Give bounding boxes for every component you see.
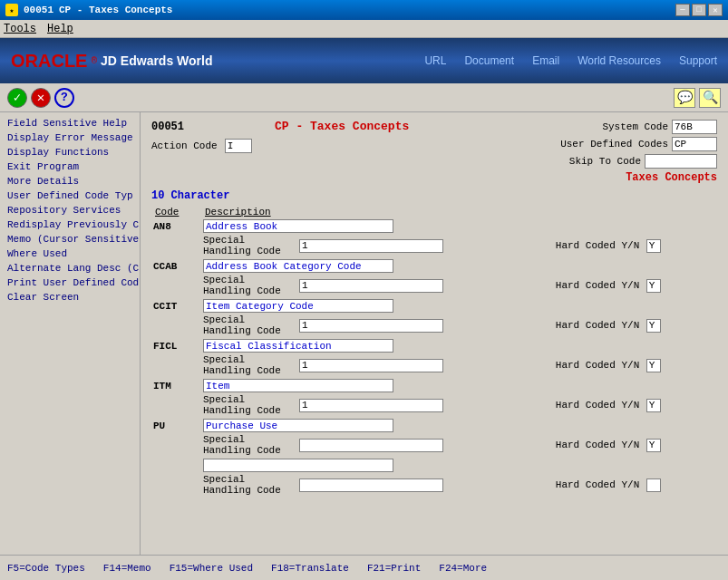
sidebar-item-user-defined[interactable]: User Defined Code Typ — [0, 188, 140, 203]
shc-label-text-1: Special Handling Code — [203, 275, 297, 296]
skip-to-code-label: Skip To Code — [569, 156, 641, 167]
shc-label-text-4: Special Handling Code — [203, 394, 297, 416]
sidebar-item-field-sensitive-help[interactable]: Field Sensitive Help — [0, 116, 140, 130]
sidebar-item-exit[interactable]: Exit Program — [0, 160, 140, 174]
hardcoded-input-4[interactable] — [646, 399, 661, 412]
desc-input-4[interactable] — [203, 379, 393, 392]
shc-input-5[interactable] — [299, 439, 443, 452]
desc-cell-1 — [201, 258, 445, 274]
table-row: CCAB — [151, 258, 717, 274]
shc-input-6[interactable] — [299, 478, 443, 492]
key-f15[interactable]: F15=Where Used — [170, 563, 253, 574]
desc-input-5[interactable] — [203, 419, 393, 432]
minimize-button[interactable]: ─ — [675, 4, 690, 16]
desc-cell-5 — [201, 418, 445, 433]
shc-input-2[interactable] — [299, 319, 443, 333]
shc-label-0: Special Handling Code — [201, 234, 445, 257]
col-hardcoded-spacer — [445, 206, 554, 218]
action-row: Action Code — [151, 139, 409, 153]
nav-url[interactable]: URL — [424, 54, 446, 67]
key-f18[interactable]: F18=Translate — [271, 563, 349, 574]
menu-help[interactable]: Help — [47, 23, 73, 35]
sidebar-item-alt-lang[interactable]: Alternate Lang Desc (C — [0, 261, 140, 276]
key-f24[interactable]: F24=More — [439, 563, 487, 574]
shc-label-1: Special Handling Code — [201, 274, 445, 297]
user-defined-input[interactable] — [672, 137, 717, 151]
hardcoded-input-2[interactable] — [646, 319, 661, 333]
oracle-logo: ORACLE ® JD Edwards World — [11, 51, 213, 72]
table-row: ITM — [151, 378, 717, 393]
desc-input-0[interactable] — [203, 219, 393, 233]
hardcoded-input-3[interactable] — [646, 359, 661, 372]
jde-text: JD Edwards World — [101, 53, 212, 68]
shc-row: Special Handling CodeHard Coded Y/N — [151, 353, 717, 377]
top-left: 00051 CP - Taxes Concepts Action Code — [151, 120, 409, 184]
shc-input-3[interactable] — [299, 359, 443, 372]
close-button[interactable]: ✕ — [708, 4, 723, 16]
shc-input-0[interactable] — [299, 239, 443, 253]
sidebar-item-where-used[interactable]: Where Used — [0, 246, 140, 261]
hardcoded-label-3: Hard Coded Y/N — [554, 353, 645, 377]
sidebar-item-memo[interactable]: Memo (Cursor Sensitive — [0, 232, 140, 246]
chat-button[interactable]: 💬 — [674, 88, 695, 108]
search-button[interactable]: 🔍 — [699, 88, 721, 108]
table-row: AN8 — [151, 218, 717, 234]
menu-tools[interactable]: Tools — [4, 23, 36, 35]
code-cell: ITM — [151, 378, 201, 393]
user-defined-row: User Defined Codes — [463, 137, 717, 151]
shc-label-4: Special Handling Code — [201, 393, 445, 417]
hardcoded-input-0[interactable] — [646, 239, 661, 253]
shc-input-1[interactable] — [299, 279, 443, 293]
action-code-input[interactable] — [225, 139, 252, 153]
shc-label-text-6: Special Handling Code — [203, 474, 297, 496]
skip-to-code-row: Skip To Code — [463, 154, 717, 169]
nav-document[interactable]: Document — [464, 54, 514, 67]
sidebar-item-display-functions[interactable]: Display Functions — [0, 145, 140, 160]
maximize-button[interactable]: □ — [692, 4, 706, 16]
sidebar-item-repository[interactable]: Repository Services — [0, 203, 140, 218]
desc-cell-6 — [201, 458, 445, 473]
title-bar-left: ★ 00051 CP - Taxes Concepts — [5, 4, 172, 16]
title-bar-id: 00051 — [24, 5, 53, 15]
sidebar-item-redisplay[interactable]: Redisplay Previously C — [0, 218, 140, 232]
desc-cell-4 — [201, 378, 445, 393]
shc-input-4[interactable] — [299, 399, 443, 412]
status-bar: F5=Code Types F14=Memo F15=Where Used F1… — [0, 555, 728, 580]
sidebar: Field Sensitive Help Display Error Messa… — [0, 112, 141, 555]
help-button[interactable]: ? — [54, 88, 74, 108]
col-code-header: Code — [151, 206, 201, 218]
nav-email[interactable]: Email — [532, 54, 559, 67]
table-row: CCIT — [151, 298, 717, 314]
hardcoded-input-5[interactable] — [646, 439, 661, 452]
sidebar-item-display-error[interactable]: Display Error Message — [0, 130, 140, 145]
data-table: Code Description AN8Special Handling Cod… — [151, 206, 717, 498]
nav-support[interactable]: Support — [679, 54, 717, 67]
desc-cell-0 — [201, 218, 445, 234]
shc-row: Special Handling CodeHard Coded Y/N — [151, 393, 717, 417]
spacer-row — [151, 497, 717, 498]
key-f14[interactable]: F14=Memo — [103, 563, 151, 574]
key-f5[interactable]: F5=Code Types — [7, 563, 85, 574]
toolbar: ✓ ✕ ? 💬 🔍 — [0, 83, 728, 112]
nav-world-resources[interactable]: World Resources — [578, 54, 661, 67]
sidebar-item-print[interactable]: Print User Defined Cod — [0, 276, 140, 290]
oracle-header: ORACLE ® JD Edwards World URL Document E… — [0, 38, 728, 83]
hardcoded-input-6[interactable] — [646, 478, 661, 492]
desc-input-1[interactable] — [203, 259, 393, 273]
check-button[interactable]: ✓ — [7, 88, 27, 108]
shc-label-3: Special Handling Code — [201, 353, 445, 377]
system-code-input[interactable] — [672, 120, 717, 134]
sidebar-item-clear[interactable]: Clear Screen — [0, 290, 140, 304]
shc-label-text-3: Special Handling Code — [203, 354, 297, 376]
desc-input-6[interactable] — [203, 459, 393, 472]
skip-to-code-input[interactable] — [645, 154, 717, 169]
sidebar-item-more-details[interactable]: More Details — [0, 174, 140, 188]
hardcoded-label-5: Hard Coded Y/N — [554, 433, 645, 457]
title-bar: ★ 00051 CP - Taxes Concepts ─ □ ✕ — [0, 0, 728, 20]
cancel-button[interactable]: ✕ — [31, 88, 51, 108]
hardcoded-input-1[interactable] — [646, 279, 661, 293]
desc-input-2[interactable] — [203, 299, 393, 313]
taxes-concepts-link[interactable]: Taxes Concepts — [626, 171, 717, 184]
desc-input-3[interactable] — [203, 339, 393, 353]
key-f21[interactable]: F21=Print — [367, 563, 421, 574]
